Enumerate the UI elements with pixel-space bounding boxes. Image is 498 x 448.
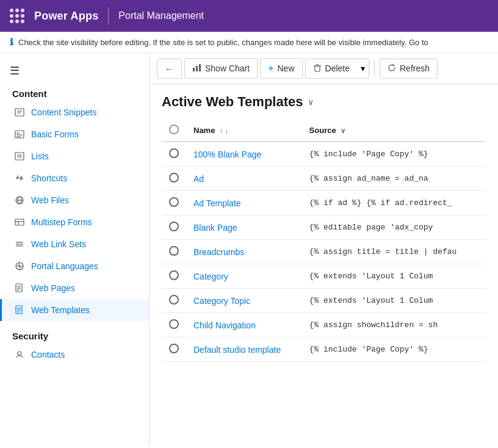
row-source-cell: {% if ad %} {% if ad.redirect_ [302, 191, 486, 215]
row-name-link[interactable]: 100% Blank Page [193, 150, 261, 159]
contacts-icon [14, 349, 25, 360]
main-layout: ☰ Content Content Snippets Basic Forms L… [0, 53, 498, 446]
row-radio[interactable] [169, 295, 179, 305]
svg-rect-0 [15, 109, 24, 116]
sidebar-item-content-snippets[interactable]: Content Snippets [0, 101, 149, 123]
svg-point-29 [18, 352, 21, 355]
row-radio[interactable] [169, 197, 179, 207]
new-button[interactable]: + New [260, 58, 302, 79]
row-radio[interactable] [169, 148, 179, 158]
svg-rect-32 [199, 64, 201, 71]
row-name-link[interactable]: Category Topic [193, 296, 250, 306]
sort-icon: ↑ ↓ [220, 127, 228, 134]
svg-rect-31 [196, 66, 198, 71]
row-name-cell: Category Topic [186, 289, 302, 313]
row-name-link[interactable]: Child Navigation [193, 320, 256, 330]
row-radio[interactable] [169, 319, 179, 329]
new-icon: + [268, 63, 273, 74]
table-row: Breadcrumbs {% assign title = title | de… [162, 240, 486, 264]
hamburger-menu[interactable]: ☰ [0, 58, 149, 84]
back-button[interactable]: ← [157, 59, 182, 79]
table-header-source[interactable]: Source ∨ [302, 120, 486, 142]
row-name-link[interactable]: Ad Template [193, 198, 241, 208]
table-header-name[interactable]: Name ↑ ↓ [186, 120, 302, 142]
sidebar-item-web-link-sets[interactable]: Web Link Sets [0, 233, 149, 255]
row-name-link[interactable]: Blank Page [193, 223, 237, 233]
row-name-cell: Blank Page [186, 215, 302, 240]
sidebar-item-label: Contacts [31, 350, 65, 359]
table-title: Active Web Templates [162, 94, 303, 110]
info-icon: ℹ [10, 37, 13, 48]
table-row: 100% Blank Page {% include 'Page Copy' %… [162, 142, 486, 167]
sidebar-item-label: Lists [31, 151, 49, 161]
shortcuts-icon [14, 173, 25, 184]
data-table: Name ↑ ↓ Source ∨ 100% Blank Page {% inc… [162, 120, 486, 362]
row-selector-cell [162, 338, 186, 362]
row-source-cell: {% extends 'Layout 1 Colum [302, 264, 486, 289]
row-radio[interactable] [169, 173, 179, 182]
web-link-sets-icon [14, 239, 25, 250]
basic-forms-icon [14, 129, 25, 140]
web-templates-icon [14, 305, 25, 316]
table-body: 100% Blank Page {% include 'Page Copy' %… [162, 142, 486, 362]
show-chart-label: Show Chart [205, 63, 250, 73]
refresh-label: Refresh [400, 63, 430, 73]
content-area: ← Show Chart + New Delete [150, 53, 498, 446]
row-name-cell: Category [186, 264, 302, 289]
row-radio[interactable] [169, 246, 179, 256]
table-header-selector [162, 120, 186, 142]
multistep-forms-icon [14, 217, 25, 228]
row-radio[interactable] [169, 344, 179, 353]
sidebar-item-web-pages[interactable]: Web Pages [0, 277, 149, 299]
row-name-cell: Default studio template [186, 338, 302, 362]
sidebar-item-label: Basic Forms [31, 129, 79, 139]
row-name-link[interactable]: Breadcrumbs [193, 247, 244, 257]
web-files-icon [14, 195, 25, 206]
row-selector-cell [162, 142, 186, 167]
sidebar-item-portal-languages[interactable]: Portal Languages [0, 255, 149, 277]
row-radio[interactable] [169, 222, 179, 231]
table-row: Blank Page {% editable page 'adx_copy [162, 215, 486, 240]
delete-group: Delete ▾ [305, 59, 369, 79]
row-name-link[interactable]: Ad [193, 174, 204, 184]
row-name-link[interactable]: Default studio template [193, 345, 281, 355]
chart-icon [192, 63, 201, 74]
sidebar-item-web-files[interactable]: Web Files [0, 189, 149, 211]
sidebar-item-lists[interactable]: Lists [0, 145, 149, 167]
app-grid-icon[interactable] [10, 9, 24, 23]
sidebar-item-label: Web Link Sets [31, 239, 86, 249]
delete-dropdown[interactable]: ▾ [357, 59, 369, 79]
sidebar-item-label: Content Snippets [31, 107, 96, 117]
table-row: Ad {% assign ad_name = ad_na [162, 167, 486, 191]
row-name-cell: Child Navigation [186, 313, 302, 338]
sidebar-item-basic-forms[interactable]: Basic Forms [0, 123, 149, 145]
header-bar: Power Apps Portal Management [0, 0, 498, 32]
row-radio[interactable] [169, 270, 179, 280]
sidebar-item-contacts[interactable]: Contacts [0, 344, 149, 366]
row-radio [169, 125, 179, 134]
sidebar-item-label: Shortcuts [31, 173, 67, 183]
info-banner: ℹ Check the site visibility before editi… [0, 32, 498, 53]
refresh-button[interactable]: Refresh [380, 59, 438, 79]
delete-button[interactable]: Delete [305, 59, 357, 79]
row-source-cell: {% include 'Page Copy' %} [302, 338, 486, 362]
svg-rect-7 [15, 153, 24, 160]
header-divider [108, 7, 109, 24]
row-name-link[interactable]: Category [193, 272, 228, 281]
portal-languages-icon [14, 261, 25, 272]
row-source-cell: {% assign ad_name = ad_na [302, 167, 486, 191]
sidebar-item-multistep-forms[interactable]: Multistep Forms [0, 211, 149, 233]
sidebar-item-label: Web Pages [31, 283, 75, 293]
table-row: Default studio template {% include 'Page… [162, 338, 486, 362]
sidebar-item-web-templates[interactable]: Web Templates [0, 299, 149, 321]
app-title: Power Apps [34, 10, 98, 23]
show-chart-button[interactable]: Show Chart [184, 58, 258, 79]
back-icon: ← [165, 63, 174, 74]
sort-icon: ∨ [341, 127, 345, 134]
svg-rect-30 [193, 68, 195, 71]
row-source-cell: {% assign title = title | defau [302, 240, 486, 264]
sidebar-item-label: Web Templates [31, 305, 90, 315]
table-title-chevron-icon[interactable]: ∨ [308, 97, 314, 107]
row-selector-cell [162, 289, 186, 313]
sidebar-item-shortcuts[interactable]: Shortcuts [0, 167, 149, 189]
